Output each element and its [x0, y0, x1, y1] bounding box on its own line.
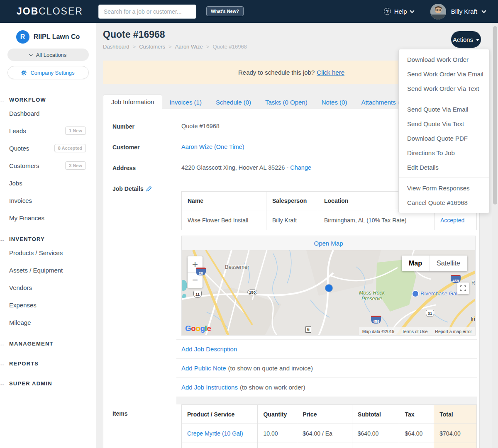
menu-item-send-work-order-text[interactable]: Send Work Order Via Text: [399, 81, 489, 96]
sidebar-item-label: Vendors: [9, 284, 32, 291]
google-map[interactable]: + − Map Satellite: [181, 250, 476, 336]
product-link[interactable]: Crepe Myrtle (10 Gal): [187, 430, 243, 437]
sidebar-item-customers[interactable]: Customers3 New: [0, 157, 96, 174]
search-input[interactable]: [98, 5, 196, 19]
breadcrumb-separator: >: [133, 44, 136, 50]
menu-item-view-form-responses[interactable]: View Form Responses: [399, 181, 489, 195]
menu-item-cancel-quote[interactable]: Cancel Quote #16968: [399, 195, 489, 210]
sidebar: R RIIPL Lawn Co All Locations Company Se…: [0, 23, 96, 448]
address-label: Address: [112, 165, 136, 171]
sidebar-item-vendors[interactable]: Vendors: [0, 279, 96, 296]
section-header-management[interactable]: -- MANAGEMENT: [0, 338, 96, 348]
map-label-rid: Rid: [471, 280, 476, 286]
banner-click-here-link[interactable]: Click here: [317, 69, 344, 76]
section-header-reports[interactable]: -- REPORTS: [0, 358, 96, 368]
col-header-name: Name: [182, 192, 266, 210]
col-header-tax: Tax: [399, 405, 434, 424]
tab-schedule[interactable]: Schedule (0): [209, 95, 258, 109]
menu-item-download-work-order[interactable]: Download Work Order: [399, 52, 489, 67]
customers-badge: 3 New: [65, 161, 86, 170]
map-section: Open Map: [181, 236, 476, 336]
customer-type-link[interactable]: (One Time): [214, 144, 244, 150]
menu-item-send-quote-text[interactable]: Send Quote Via Text: [399, 117, 489, 131]
sidebar-item-leads[interactable]: Leads1 New: [0, 122, 96, 139]
menu-item-directions-to-job[interactable]: Directions To Job: [399, 146, 489, 160]
vertical-scrollbar[interactable]: [492, 23, 498, 448]
satellite-button[interactable]: Satellite: [429, 256, 467, 271]
status-accepted-link[interactable]: Accepted: [440, 217, 464, 224]
sidebar-item-label: Quotes: [9, 145, 29, 152]
logo-bold: JOB: [17, 6, 39, 17]
breadcrumb-customers[interactable]: Customers: [139, 44, 165, 50]
edit-pencil-icon[interactable]: [146, 186, 152, 193]
tab-tasks[interactable]: Tasks (0 Open): [258, 95, 315, 109]
sidebar-item-assets-equipment[interactable]: Assets / Equipment: [0, 261, 96, 279]
col-header-subtotal: Subtotal: [352, 405, 400, 424]
open-map-link[interactable]: Open Map: [314, 240, 343, 247]
total-cell: $704.00: [434, 424, 476, 443]
breadcrumb-dashboard[interactable]: Dashboard: [103, 44, 129, 50]
breadcrumb-aaron-wize[interactable]: Aaron Wize: [175, 44, 203, 50]
section-label: WORKFLOW: [9, 97, 46, 103]
sidebar-item-expenses[interactable]: Expenses: [0, 296, 96, 314]
tax-cell: $64.00: [399, 424, 434, 443]
menu-item-send-work-order-email[interactable]: Send Work Order Via Email: [399, 67, 489, 81]
actions-dropdown-menu: Download Work Order Send Work Order Via …: [398, 49, 490, 213]
breadcrumb-separator: >: [206, 44, 210, 50]
job-details-label: Job Details: [112, 185, 152, 193]
breadcrumb: Dashboard>Customers>Aaron Wize>Quote #16…: [103, 44, 247, 50]
add-job-instructions-link[interactable]: Add Job Instructions: [181, 384, 238, 391]
page-title: Quote #16968: [103, 29, 165, 40]
map-marker: [325, 285, 332, 292]
sidebar-item-jobs[interactable]: Jobs: [0, 174, 96, 192]
tab-job-information[interactable]: Job Information: [103, 95, 162, 109]
company-name: RIIPL Lawn Co: [34, 33, 80, 41]
add-job-description-link[interactable]: Add Job Description: [181, 346, 237, 353]
menu-item-edit-details[interactable]: Edit Details: [399, 160, 489, 175]
all-locations-select[interactable]: All Locations: [7, 49, 89, 61]
customer-link[interactable]: Aaron Wize: [181, 144, 212, 150]
fullscreen-button[interactable]: [457, 282, 469, 294]
google-logo: Google: [185, 324, 211, 333]
menu-item-download-quote-pdf[interactable]: Download Quote PDF: [399, 131, 489, 146]
sidebar-divider: [0, 87, 96, 87]
interstate-459-shield: 459: [451, 275, 461, 283]
location-cell: Birmingham, AL (10% Tax Rate): [318, 210, 435, 230]
sidebar-item-products-services[interactable]: Products / Services: [0, 244, 96, 261]
subtotal-cell: $640.00: [352, 424, 400, 443]
sidebar-item-quotes[interactable]: Quotes8 Accepted: [0, 139, 96, 157]
user-menu[interactable]: Billy Kraft: [430, 4, 486, 19]
logo-light: CLOSER: [39, 6, 83, 17]
company-settings-button[interactable]: Company Settings: [7, 66, 89, 79]
sidebar-item-my-finances[interactable]: My Finances: [0, 209, 96, 226]
leads-badge: 1 New: [65, 127, 86, 135]
tax-cell: $8.55: [399, 443, 434, 448]
map-button[interactable]: Map: [402, 256, 429, 271]
company-settings-label: Company Settings: [30, 70, 74, 76]
whats-new-button[interactable]: What's New?: [206, 6, 244, 16]
menu-item-send-quote-email[interactable]: Send Quote Via Email: [399, 102, 489, 117]
actions-button[interactable]: Actions: [451, 31, 481, 48]
dash-icon: --: [0, 237, 4, 242]
add-public-note-link[interactable]: Add Public Note: [181, 365, 226, 372]
terms-of-use-link[interactable]: Terms of Use: [402, 329, 427, 334]
help-menu[interactable]: ? Help: [384, 8, 414, 15]
report-map-error-link[interactable]: Report a map error: [435, 329, 472, 334]
sidebar-item-label: Expenses: [9, 302, 37, 309]
tab-notes[interactable]: Notes (0): [315, 95, 354, 109]
section-header-inventory: -- INVENTORY: [0, 234, 96, 244]
section-label: REPORTS: [9, 360, 39, 367]
address-change-link[interactable]: Change: [290, 164, 311, 171]
sidebar-item-dashboard[interactable]: Dashboard: [0, 105, 96, 122]
sidebar-item-mileage[interactable]: Mileage: [0, 314, 96, 331]
help-icon: ?: [384, 8, 391, 15]
scrollbar-thumb[interactable]: [493, 26, 497, 205]
gear-icon: [21, 70, 27, 75]
map-data-label: Map data ©2019: [362, 329, 395, 334]
section-header-super-admin[interactable]: -- SUPER ADMIN: [0, 378, 96, 388]
tab-invoices[interactable]: Invoices (1): [162, 95, 209, 109]
interstate-20-shield: 20: [196, 268, 206, 275]
interstate-459-shield: 459: [371, 316, 381, 324]
breadcrumb-separator: >: [168, 44, 172, 50]
sidebar-item-invoices[interactable]: Invoices: [0, 192, 96, 209]
